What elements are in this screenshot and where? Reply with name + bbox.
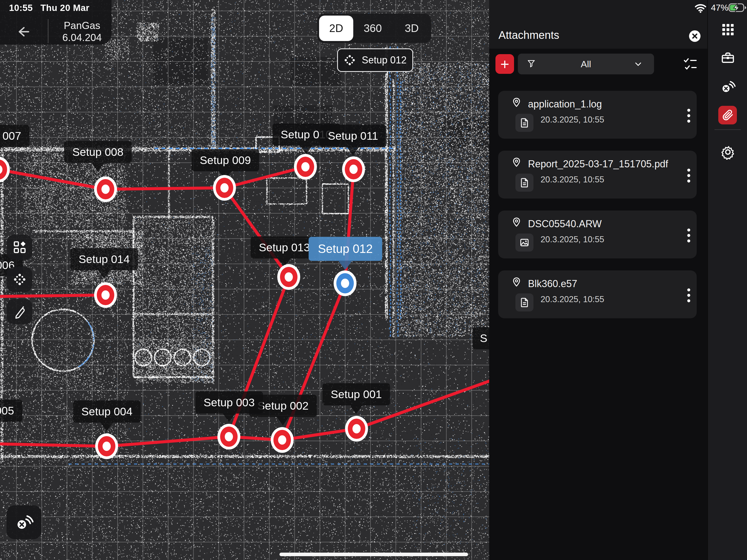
attachment-date: 20.3.2025, 10:55	[541, 295, 604, 304]
setup-label-004[interactable]: Setup 004	[73, 401, 141, 423]
map-pin-icon	[511, 97, 522, 108]
tool-points-move-button[interactable]	[7, 267, 32, 292]
setup-label-014[interactable]: Setup 014	[71, 248, 138, 271]
attachment-filename: DSC05540.ARW	[528, 218, 601, 230]
setup-label-001[interactable]: Setup 001	[323, 383, 390, 406]
tab-3d[interactable]: 3D	[392, 16, 432, 41]
top-left-header: 10:55Thu 20 Mar PanGas 6.04.204	[0, 0, 111, 45]
setup-pin-010[interactable]	[294, 154, 317, 180]
close-panel-button[interactable]	[689, 30, 700, 42]
setup-label-011[interactable]: Setup 011	[319, 125, 386, 147]
file-type-tile	[515, 174, 534, 192]
setup-pin-002[interactable]	[271, 427, 294, 453]
sidebar-item-attachments[interactable]	[718, 106, 737, 124]
tool-scalpel-button[interactable]	[7, 299, 32, 324]
filter-dropdown[interactable]: All	[518, 54, 654, 74]
attachment-menu-button[interactable]	[685, 108, 693, 124]
header-divider	[48, 19, 48, 43]
right-sidebar: 47%	[707, 0, 747, 560]
status-date: Thu 20 Mar	[41, 3, 89, 13]
setup-label-012[interactable]: Setup 012	[309, 237, 382, 261]
close-icon	[689, 30, 700, 42]
project-name: PanGas	[57, 20, 107, 32]
map-pin-icon	[511, 217, 522, 228]
setup-pin-011[interactable]	[342, 156, 365, 182]
attachments-panel: Attachments + All	[489, 0, 707, 560]
attachment-card[interactable]: Report_2025-03-17_151705.pdf20.3.2025, 1…	[498, 151, 697, 199]
tab-2d[interactable]: 2D	[319, 16, 353, 41]
status-time-date: 10:55Thu 20 Mar	[9, 3, 97, 13]
map-pin-icon	[511, 277, 522, 287]
tab-360[interactable]: 360	[353, 16, 392, 41]
attachment-filename: application_1.log	[528, 98, 602, 110]
setup-pin-009[interactable]	[213, 175, 236, 201]
setup-pin-012[interactable]	[334, 271, 357, 296]
file-type-tile	[515, 294, 534, 311]
attachment-card[interactable]: application_1.log20.3.2025, 10:55	[498, 91, 697, 138]
back-arrow-icon	[14, 24, 31, 40]
point-cloud-map[interactable]: Setup 001Setup 002Setup 003Setup 004Setu…	[0, 0, 489, 560]
status-time: 10:55	[9, 3, 33, 13]
setup-pin-003[interactable]	[217, 424, 240, 450]
scanner-off-icon	[14, 513, 34, 531]
apps-icon	[721, 23, 735, 36]
attachment-card[interactable]: Blk360.e5720.3.2025, 10:55	[498, 271, 697, 318]
image-type-tile	[515, 233, 534, 252]
setup-label-007[interactable]: Setup 007	[0, 125, 29, 147]
add-attachment-button[interactable]: +	[495, 54, 514, 74]
attachment-date: 20.3.2025, 10:55	[541, 235, 604, 245]
active-setup-label: Setup 012	[362, 54, 407, 66]
project-version: 6.04.204	[57, 32, 107, 44]
scanner-disconnected-icon	[720, 79, 736, 94]
setup-label-003[interactable]: Setup 003	[196, 391, 263, 414]
attachment-menu-button[interactable]	[685, 228, 693, 244]
wifi-icon	[695, 3, 706, 13]
home-indicator[interactable]	[279, 553, 468, 556]
settings-icon	[720, 144, 736, 160]
attachment-date: 20.3.2025, 10:55	[541, 115, 604, 125]
active-setup-pill[interactable]: Setup 012	[337, 48, 413, 72]
attachments-header: Attachments	[489, 0, 707, 49]
attachment-menu-button[interactable]	[685, 168, 693, 183]
project-title: PanGas 6.04.204	[57, 20, 107, 44]
setup-pin-013[interactable]	[277, 264, 300, 290]
setup-pin-008[interactable]	[94, 176, 117, 202]
setup-label-013[interactable]: Setup 013	[251, 236, 318, 259]
attachment-card[interactable]: DSC05540.ARW20.3.2025, 10:55	[498, 210, 697, 258]
app-root: { "status_bar": {"time": "10:55", "date"…	[0, 0, 747, 560]
file-type-tile	[515, 114, 534, 132]
setup-label-008[interactable]: Setup 008	[64, 141, 132, 163]
battery-icon	[728, 3, 746, 12]
point-cloud-canvas[interactable]	[0, 0, 489, 560]
points-move-icon	[12, 272, 27, 286]
toolbox-icon	[720, 50, 735, 65]
scalpel-icon	[12, 305, 27, 319]
paperclip-icon	[722, 109, 733, 121]
scanner-disconnected-button[interactable]	[6, 505, 42, 539]
setup-label-clipped[interactable]: S	[473, 327, 489, 350]
attachment-menu-button[interactable]	[685, 287, 693, 303]
sidebar-item-scanner-disconnected[interactable]	[720, 79, 736, 94]
battery-percent: 47%	[711, 3, 728, 13]
setup-pin-001[interactable]	[345, 416, 368, 441]
attachment-filename: Report_2025-03-17_151705.pdf	[528, 158, 668, 170]
back-button[interactable]	[14, 24, 31, 40]
map-pin-icon	[511, 157, 522, 168]
view-mode-switcher: 2D 360 3D	[317, 14, 431, 43]
sidebar-item-settings[interactable]	[720, 144, 736, 160]
attachment-date: 20.3.2025, 10:55	[541, 175, 604, 184]
sidebar-item-apps[interactable]	[721, 23, 735, 36]
chevron-down-icon	[633, 59, 643, 69]
sidebar-divider	[715, 129, 741, 130]
objects-icon	[12, 240, 27, 254]
multiselect-icon[interactable]	[683, 57, 697, 71]
attachments-filter-row: + All	[489, 49, 707, 84]
points-icon	[344, 54, 356, 66]
sidebar-item-toolbox[interactable]	[720, 50, 735, 65]
setup-label-005[interactable]: Setup 005	[0, 400, 22, 422]
attachment-filename: Blk360.e57	[528, 278, 577, 289]
setup-label-009[interactable]: Setup 009	[192, 149, 259, 172]
setup-pin-004[interactable]	[95, 433, 118, 459]
setup-pin-014[interactable]	[94, 282, 117, 308]
tool-objects-button[interactable]	[7, 235, 32, 260]
